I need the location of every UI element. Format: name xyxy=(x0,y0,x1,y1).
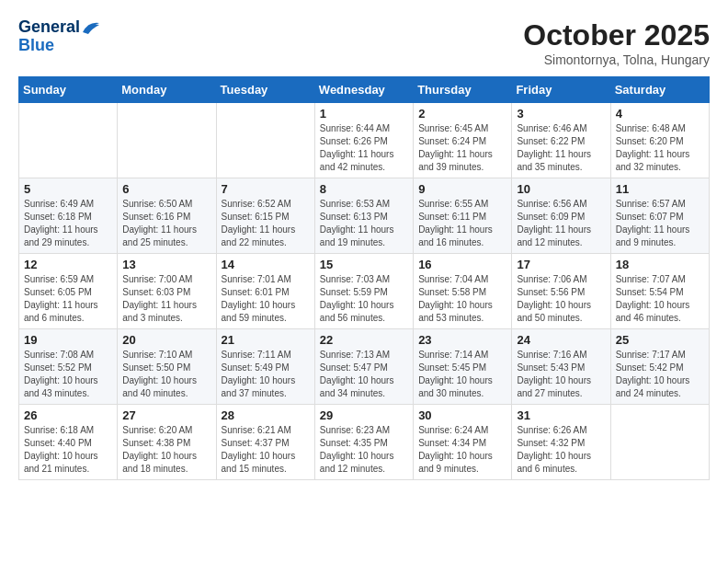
day-info: Sunrise: 6:53 AM Sunset: 6:13 PM Dayligh… xyxy=(320,198,408,249)
day-number: 20 xyxy=(122,333,210,347)
calendar-table: SundayMondayTuesdayWednesdayThursdayFrid… xyxy=(18,76,710,480)
day-info: Sunrise: 6:56 AM Sunset: 6:09 PM Dayligh… xyxy=(517,198,605,249)
day-cell: 18Sunrise: 7:07 AM Sunset: 5:54 PM Dayli… xyxy=(610,254,709,329)
day-number: 29 xyxy=(320,408,408,422)
weekday-header-friday: Friday xyxy=(512,77,610,103)
day-cell: 29Sunrise: 6:23 AM Sunset: 4:35 PM Dayli… xyxy=(314,405,413,480)
day-info: Sunrise: 6:49 AM Sunset: 6:18 PM Dayligh… xyxy=(24,198,112,249)
day-cell: 14Sunrise: 7:01 AM Sunset: 6:01 PM Dayli… xyxy=(216,254,314,329)
day-cell: 30Sunrise: 6:24 AM Sunset: 4:34 PM Dayli… xyxy=(414,405,512,480)
day-info: Sunrise: 7:08 AM Sunset: 5:52 PM Dayligh… xyxy=(24,349,112,400)
day-number: 13 xyxy=(122,258,210,271)
day-number: 27 xyxy=(122,408,210,422)
day-number: 4 xyxy=(616,107,704,121)
day-cell: 25Sunrise: 7:17 AM Sunset: 5:42 PM Dayli… xyxy=(610,329,709,405)
day-cell xyxy=(118,103,216,178)
day-number: 14 xyxy=(222,258,310,271)
day-info: Sunrise: 6:26 AM Sunset: 4:32 PM Dayligh… xyxy=(517,424,605,476)
day-cell: 1Sunrise: 6:44 AM Sunset: 6:26 PM Daylig… xyxy=(314,103,413,178)
day-cell: 10Sunrise: 6:56 AM Sunset: 6:09 PM Dayli… xyxy=(512,178,610,254)
title-block: October 2025 Simontornya, Tolna, Hungary xyxy=(523,18,710,67)
day-cell: 11Sunrise: 6:57 AM Sunset: 6:07 PM Dayli… xyxy=(610,178,709,254)
day-info: Sunrise: 7:01 AM Sunset: 6:01 PM Dayligh… xyxy=(222,273,310,325)
day-number: 19 xyxy=(24,333,112,347)
day-info: Sunrise: 6:24 AM Sunset: 4:34 PM Dayligh… xyxy=(418,424,506,476)
day-number: 12 xyxy=(24,258,112,271)
day-info: Sunrise: 7:17 AM Sunset: 5:42 PM Dayligh… xyxy=(616,349,704,400)
weekday-header-sunday: Sunday xyxy=(19,77,118,103)
day-info: Sunrise: 6:45 AM Sunset: 6:24 PM Dayligh… xyxy=(418,122,506,174)
day-cell xyxy=(19,103,118,178)
day-cell: 20Sunrise: 7:10 AM Sunset: 5:50 PM Dayli… xyxy=(118,329,216,405)
day-info: Sunrise: 7:14 AM Sunset: 5:45 PM Dayligh… xyxy=(418,349,506,400)
day-cell: 21Sunrise: 7:11 AM Sunset: 5:49 PM Dayli… xyxy=(216,329,314,405)
day-number: 9 xyxy=(418,182,506,196)
day-info: Sunrise: 6:50 AM Sunset: 6:16 PM Dayligh… xyxy=(122,198,210,249)
day-info: Sunrise: 6:20 AM Sunset: 4:38 PM Dayligh… xyxy=(122,424,210,476)
day-info: Sunrise: 6:23 AM Sunset: 4:35 PM Dayligh… xyxy=(320,424,408,476)
day-number: 2 xyxy=(418,107,506,121)
day-info: Sunrise: 7:03 AM Sunset: 5:59 PM Dayligh… xyxy=(320,273,408,325)
day-cell: 13Sunrise: 7:00 AM Sunset: 6:03 PM Dayli… xyxy=(118,254,216,329)
day-cell: 9Sunrise: 6:55 AM Sunset: 6:11 PM Daylig… xyxy=(414,178,512,254)
day-number: 28 xyxy=(222,408,310,422)
logo: General Blue xyxy=(18,18,102,55)
day-cell: 16Sunrise: 7:04 AM Sunset: 5:58 PM Dayli… xyxy=(414,254,512,329)
weekday-header-monday: Monday xyxy=(118,77,216,103)
week-row-1: 1Sunrise: 6:44 AM Sunset: 6:26 PM Daylig… xyxy=(19,103,710,178)
week-row-5: 26Sunrise: 6:18 AM Sunset: 4:40 PM Dayli… xyxy=(19,405,710,480)
day-info: Sunrise: 6:21 AM Sunset: 4:37 PM Dayligh… xyxy=(222,424,310,476)
day-number: 5 xyxy=(24,182,112,196)
day-info: Sunrise: 6:55 AM Sunset: 6:11 PM Dayligh… xyxy=(418,198,506,249)
day-cell: 26Sunrise: 6:18 AM Sunset: 4:40 PM Dayli… xyxy=(19,405,118,480)
page-header: General Blue October 2025 Simontornya, T… xyxy=(18,18,710,67)
day-cell: 27Sunrise: 6:20 AM Sunset: 4:38 PM Dayli… xyxy=(118,405,216,480)
day-cell: 17Sunrise: 7:06 AM Sunset: 5:56 PM Dayli… xyxy=(512,254,610,329)
day-cell: 5Sunrise: 6:49 AM Sunset: 6:18 PM Daylig… xyxy=(19,178,118,254)
month-title: October 2025 xyxy=(523,18,710,52)
weekday-header-tuesday: Tuesday xyxy=(216,77,314,103)
weekday-header-wednesday: Wednesday xyxy=(314,77,413,103)
day-number: 15 xyxy=(320,258,408,271)
day-info: Sunrise: 7:06 AM Sunset: 5:56 PM Dayligh… xyxy=(517,273,605,325)
day-cell: 3Sunrise: 6:46 AM Sunset: 6:22 PM Daylig… xyxy=(512,103,610,178)
day-info: Sunrise: 6:57 AM Sunset: 6:07 PM Dayligh… xyxy=(616,198,704,249)
weekday-header-thursday: Thursday xyxy=(414,77,512,103)
day-number: 3 xyxy=(517,107,605,121)
day-info: Sunrise: 7:07 AM Sunset: 5:54 PM Dayligh… xyxy=(616,273,704,325)
logo-blue-text: Blue xyxy=(18,37,102,55)
day-number: 26 xyxy=(24,408,112,422)
day-cell: 4Sunrise: 6:48 AM Sunset: 6:20 PM Daylig… xyxy=(610,103,709,178)
week-row-2: 5Sunrise: 6:49 AM Sunset: 6:18 PM Daylig… xyxy=(19,178,710,254)
day-number: 23 xyxy=(418,333,506,347)
day-info: Sunrise: 7:11 AM Sunset: 5:49 PM Dayligh… xyxy=(222,349,310,400)
day-info: Sunrise: 6:18 AM Sunset: 4:40 PM Dayligh… xyxy=(24,424,112,476)
week-row-4: 19Sunrise: 7:08 AM Sunset: 5:52 PM Dayli… xyxy=(19,329,710,405)
day-cell xyxy=(610,405,709,480)
day-cell: 31Sunrise: 6:26 AM Sunset: 4:32 PM Dayli… xyxy=(512,405,610,480)
weekday-header-saturday: Saturday xyxy=(610,77,709,103)
day-info: Sunrise: 6:52 AM Sunset: 6:15 PM Dayligh… xyxy=(222,198,310,249)
logo-text: General xyxy=(18,18,102,37)
day-number: 16 xyxy=(418,258,506,271)
day-info: Sunrise: 7:00 AM Sunset: 6:03 PM Dayligh… xyxy=(122,273,210,325)
day-cell: 7Sunrise: 6:52 AM Sunset: 6:15 PM Daylig… xyxy=(216,178,314,254)
day-number: 1 xyxy=(320,107,408,121)
day-cell: 19Sunrise: 7:08 AM Sunset: 5:52 PM Dayli… xyxy=(19,329,118,405)
day-number: 25 xyxy=(616,333,704,347)
day-number: 8 xyxy=(320,182,408,196)
day-cell xyxy=(216,103,314,178)
day-number: 24 xyxy=(517,333,605,347)
day-number: 10 xyxy=(517,182,605,196)
logo-bird-icon xyxy=(81,19,101,36)
weekday-header-row: SundayMondayTuesdayWednesdayThursdayFrid… xyxy=(19,77,710,103)
day-number: 30 xyxy=(418,408,506,422)
day-cell: 24Sunrise: 7:16 AM Sunset: 5:43 PM Dayli… xyxy=(512,329,610,405)
location-text: Simontornya, Tolna, Hungary xyxy=(523,52,710,67)
day-cell: 22Sunrise: 7:13 AM Sunset: 5:47 PM Dayli… xyxy=(314,329,413,405)
day-info: Sunrise: 7:16 AM Sunset: 5:43 PM Dayligh… xyxy=(517,349,605,400)
day-cell: 6Sunrise: 6:50 AM Sunset: 6:16 PM Daylig… xyxy=(118,178,216,254)
day-number: 6 xyxy=(122,182,210,196)
day-number: 31 xyxy=(517,408,605,422)
day-cell: 12Sunrise: 6:59 AM Sunset: 6:05 PM Dayli… xyxy=(19,254,118,329)
